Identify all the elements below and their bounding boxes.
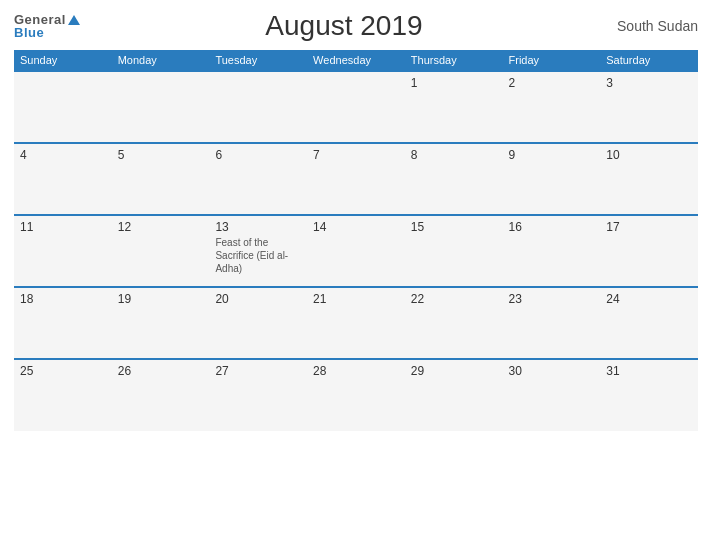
calendar-cell: 29 bbox=[405, 359, 503, 431]
day-number: 14 bbox=[313, 220, 399, 234]
week-row-1: 123 bbox=[14, 71, 698, 143]
day-number: 31 bbox=[606, 364, 692, 378]
calendar-cell bbox=[307, 71, 405, 143]
weekday-header-friday: Friday bbox=[503, 50, 601, 71]
calendar-cell bbox=[112, 71, 210, 143]
week-row-4: 18192021222324 bbox=[14, 287, 698, 359]
calendar-cell: 28 bbox=[307, 359, 405, 431]
calendar-cell: 11 bbox=[14, 215, 112, 287]
day-number: 23 bbox=[509, 292, 595, 306]
day-number: 19 bbox=[118, 292, 204, 306]
calendar-cell: 24 bbox=[600, 287, 698, 359]
calendar-cell: 21 bbox=[307, 287, 405, 359]
calendar-cell: 30 bbox=[503, 359, 601, 431]
day-number: 18 bbox=[20, 292, 106, 306]
weekday-header-tuesday: Tuesday bbox=[209, 50, 307, 71]
day-number: 25 bbox=[20, 364, 106, 378]
day-number: 10 bbox=[606, 148, 692, 162]
calendar-cell: 5 bbox=[112, 143, 210, 215]
day-number: 22 bbox=[411, 292, 497, 306]
day-number: 7 bbox=[313, 148, 399, 162]
day-number: 6 bbox=[215, 148, 301, 162]
day-number: 26 bbox=[118, 364, 204, 378]
header: General Blue August 2019 South Sudan bbox=[14, 10, 698, 42]
calendar-cell: 22 bbox=[405, 287, 503, 359]
day-number: 29 bbox=[411, 364, 497, 378]
calendar-cell: 18 bbox=[14, 287, 112, 359]
calendar-table: SundayMondayTuesdayWednesdayThursdayFrid… bbox=[14, 50, 698, 431]
calendar-cell: 17 bbox=[600, 215, 698, 287]
day-number: 2 bbox=[509, 76, 595, 90]
day-number: 1 bbox=[411, 76, 497, 90]
weekday-header-monday: Monday bbox=[112, 50, 210, 71]
calendar-cell: 3 bbox=[600, 71, 698, 143]
calendar-cell: 6 bbox=[209, 143, 307, 215]
week-row-5: 25262728293031 bbox=[14, 359, 698, 431]
calendar-cell bbox=[209, 71, 307, 143]
weekday-header-wednesday: Wednesday bbox=[307, 50, 405, 71]
calendar-cell: 9 bbox=[503, 143, 601, 215]
day-number: 16 bbox=[509, 220, 595, 234]
day-number: 13 bbox=[215, 220, 301, 234]
calendar-cell: 13Feast of the Sacrifice (Eid al-Adha) bbox=[209, 215, 307, 287]
day-number: 17 bbox=[606, 220, 692, 234]
month-title: August 2019 bbox=[80, 10, 608, 42]
calendar-cell bbox=[14, 71, 112, 143]
logo: General Blue bbox=[14, 13, 80, 39]
day-number: 27 bbox=[215, 364, 301, 378]
calendar-cell: 23 bbox=[503, 287, 601, 359]
holiday-text: Feast of the Sacrifice (Eid al-Adha) bbox=[215, 236, 301, 275]
calendar-cell: 25 bbox=[14, 359, 112, 431]
weekday-header-sunday: Sunday bbox=[14, 50, 112, 71]
weekday-header-row: SundayMondayTuesdayWednesdayThursdayFrid… bbox=[14, 50, 698, 71]
calendar-cell: 31 bbox=[600, 359, 698, 431]
day-number: 8 bbox=[411, 148, 497, 162]
calendar-cell: 16 bbox=[503, 215, 601, 287]
calendar-cell: 27 bbox=[209, 359, 307, 431]
day-number: 28 bbox=[313, 364, 399, 378]
week-row-3: 111213Feast of the Sacrifice (Eid al-Adh… bbox=[14, 215, 698, 287]
day-number: 30 bbox=[509, 364, 595, 378]
calendar-cell: 19 bbox=[112, 287, 210, 359]
day-number: 15 bbox=[411, 220, 497, 234]
calendar-page: General Blue August 2019 South Sudan Sun… bbox=[0, 0, 712, 550]
calendar-cell: 20 bbox=[209, 287, 307, 359]
logo-triangle-icon bbox=[68, 15, 80, 25]
day-number: 20 bbox=[215, 292, 301, 306]
calendar-cell: 7 bbox=[307, 143, 405, 215]
calendar-cell: 12 bbox=[112, 215, 210, 287]
logo-blue-text: Blue bbox=[14, 26, 80, 39]
day-number: 11 bbox=[20, 220, 106, 234]
calendar-cell: 8 bbox=[405, 143, 503, 215]
weekday-header-saturday: Saturday bbox=[600, 50, 698, 71]
day-number: 3 bbox=[606, 76, 692, 90]
calendar-cell: 26 bbox=[112, 359, 210, 431]
calendar-cell: 14 bbox=[307, 215, 405, 287]
calendar-cell: 10 bbox=[600, 143, 698, 215]
day-number: 24 bbox=[606, 292, 692, 306]
day-number: 12 bbox=[118, 220, 204, 234]
calendar-cell: 15 bbox=[405, 215, 503, 287]
day-number: 21 bbox=[313, 292, 399, 306]
calendar-cell: 4 bbox=[14, 143, 112, 215]
calendar-cell: 2 bbox=[503, 71, 601, 143]
calendar-cell: 1 bbox=[405, 71, 503, 143]
day-number: 4 bbox=[20, 148, 106, 162]
day-number: 5 bbox=[118, 148, 204, 162]
country-label: South Sudan bbox=[608, 18, 698, 34]
day-number: 9 bbox=[509, 148, 595, 162]
week-row-2: 45678910 bbox=[14, 143, 698, 215]
weekday-header-thursday: Thursday bbox=[405, 50, 503, 71]
